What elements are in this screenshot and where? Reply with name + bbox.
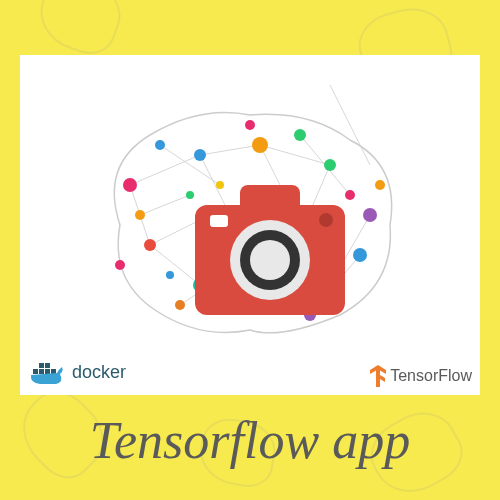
svg-line-13 xyxy=(160,145,220,185)
svg-point-42 xyxy=(375,180,385,190)
svg-rect-46 xyxy=(33,369,38,374)
svg-point-29 xyxy=(175,300,185,310)
main-panel: docker TensorFlow xyxy=(20,55,480,395)
svg-point-20 xyxy=(252,137,268,153)
svg-point-18 xyxy=(123,178,137,192)
docker-text: docker xyxy=(72,362,126,383)
svg-rect-50 xyxy=(45,363,50,368)
docker-whale-icon xyxy=(28,357,68,387)
svg-point-41 xyxy=(115,260,125,270)
svg-point-38 xyxy=(345,190,355,200)
svg-line-3 xyxy=(330,85,370,165)
svg-point-22 xyxy=(363,208,377,222)
page-title: Tensorflow app xyxy=(0,411,500,470)
svg-rect-49 xyxy=(39,363,44,368)
svg-point-23 xyxy=(144,239,156,251)
docker-logo: docker xyxy=(28,357,126,387)
svg-point-40 xyxy=(186,191,194,199)
svg-point-21 xyxy=(324,159,336,171)
svg-point-43 xyxy=(245,120,255,130)
svg-rect-47 xyxy=(39,369,44,374)
svg-line-5 xyxy=(150,245,200,285)
svg-rect-48 xyxy=(45,369,50,374)
svg-point-28 xyxy=(294,129,306,141)
tensorflow-text: TensorFlow xyxy=(390,367,472,385)
svg-line-2 xyxy=(260,145,330,165)
svg-line-1 xyxy=(200,145,260,155)
svg-point-32 xyxy=(135,210,145,220)
svg-line-17 xyxy=(140,195,190,215)
svg-point-31 xyxy=(353,248,367,262)
tensorflow-logo: TensorFlow xyxy=(368,365,472,387)
svg-line-0 xyxy=(130,155,200,185)
svg-point-27 xyxy=(155,140,165,150)
svg-point-44 xyxy=(166,271,174,279)
svg-point-19 xyxy=(194,149,206,161)
tensorflow-icon xyxy=(368,365,388,387)
camera-icon xyxy=(195,185,345,315)
